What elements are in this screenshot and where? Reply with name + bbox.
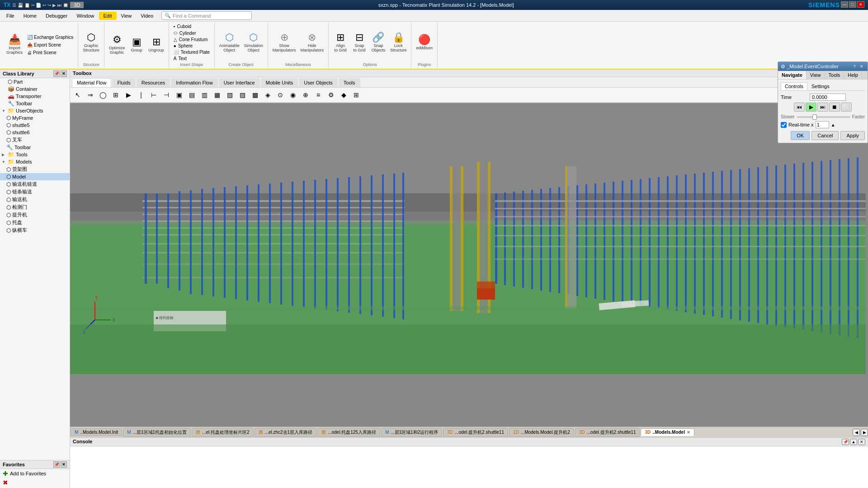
cylinder-button[interactable]: ⬭Cylinder (172, 30, 212, 36)
tool-box7[interactable]: ▩ (249, 89, 261, 101)
maximize-button[interactable]: □ (849, 1, 856, 8)
tool-gear[interactable]: ⚙ (325, 89, 337, 101)
tool-box2[interactable]: ▤ (186, 89, 198, 101)
tab-models-lift2[interactable]: 1D ...Models.Model.提升机2 (509, 428, 574, 437)
tab-lift2-shuttle11[interactable]: 3D ...odel.提升机2.shuttle11 (443, 428, 508, 437)
tool-box4[interactable]: ▦ (211, 89, 223, 101)
tree-item-toolbar1[interactable]: 🔧 Toolbar (0, 100, 70, 107)
ec-subtab-controls[interactable]: Controls (781, 82, 807, 90)
tool-line[interactable]: | (135, 89, 147, 101)
tab-scroll-right[interactable]: ▶ (861, 429, 868, 436)
tree-item-rack-plan[interactable]: ⬡ 货架图 (0, 165, 70, 173)
ec-tab-navigate[interactable]: Navigate (778, 71, 807, 79)
exchange-graphics-button[interactable]: 🔄 Exchange Graphics (25, 34, 75, 41)
cuboid-button[interactable]: ▪Cuboid (172, 23, 212, 29)
export-scene-button[interactable]: 📤 Export Scene (25, 42, 75, 48)
tab-user-objects[interactable]: User Objects (299, 78, 338, 87)
tree-item-lift[interactable]: ⬡ 提升机 (0, 211, 70, 219)
tool-grid2[interactable]: ⊞ (350, 89, 362, 101)
tool-split[interactable]: ⊣ (160, 89, 172, 101)
ec-time-input[interactable] (810, 94, 846, 101)
viewport-3d[interactable]: Y X Z ■ 排列坐标 (70, 103, 868, 427)
add-to-favorites-button[interactable]: ✚ Add to Favorites (0, 469, 70, 478)
ec-close-button[interactable]: ✕ (859, 63, 865, 70)
menu-window[interactable]: Window (72, 12, 99, 20)
text-button[interactable]: AText (172, 56, 212, 61)
print-scene-button[interactable]: 🖨 Print Scene (25, 49, 75, 56)
import-graphics-button[interactable]: 📥 ImportGraphics (5, 33, 24, 56)
tab-pallet-coord[interactable]: 囲 ...el.托盘处理坐标片区2 (192, 428, 253, 437)
tree-item-toolbar2[interactable]: 🔧 Toolbar (0, 144, 70, 151)
tree-item-shuttle5[interactable]: ⬡ shuttle5 (0, 122, 70, 129)
tree-item-part[interactable]: ⬡ Part (0, 78, 70, 85)
menu-file[interactable]: File (2, 12, 19, 20)
tool-box[interactable]: ▣ (173, 89, 185, 101)
tab-scroll-left[interactable]: ◀ (853, 429, 860, 436)
ec-stop-button[interactable]: ⏹ (829, 103, 840, 112)
tool-grid[interactable]: ⊕ (300, 89, 311, 101)
sphere-button[interactable]: ●Sphere (172, 43, 212, 49)
tree-item-container[interactable]: 📦 Container (0, 85, 70, 93)
group-button[interactable]: ▣ Group (127, 36, 146, 54)
snap-objects-button[interactable]: 🔗 SnapObjects (369, 31, 387, 54)
ec-play-button[interactable]: ▶ (806, 103, 816, 112)
optimize-graphic-button[interactable]: ⚙ OptimizeGraphic (107, 33, 127, 56)
tree-item-userobjects[interactable]: ▼ 📁 UserObjects (0, 107, 70, 114)
textured-plate-button[interactable]: ⬜Textured Plate (172, 49, 212, 55)
tree-item-conveyor-chain[interactable]: ⬡ 输送机链道 (0, 180, 70, 188)
tool-target[interactable]: ◉ (287, 89, 299, 101)
console-pin-button[interactable]: 📌 (842, 439, 849, 445)
favorites-close-button[interactable]: ✕ (61, 461, 67, 468)
ec-apply-button[interactable]: Apply (840, 131, 865, 140)
tool-merge[interactable]: ⊢ (148, 89, 160, 101)
tab-model-init[interactable]: M ..Models.Model.Init (71, 428, 122, 436)
remove-favorites-button[interactable]: ✖ (0, 478, 70, 487)
menu-home[interactable]: Home (19, 12, 41, 20)
tree-item-models[interactable]: ▼ 📁 Models (0, 158, 70, 165)
tool-box8[interactable]: ◈ (262, 89, 274, 101)
lock-structure-button[interactable]: 🔒 LockStructure (388, 31, 409, 54)
snap-to-grid-button[interactable]: ⊟ Snapto Grid (350, 31, 368, 54)
edddison-button[interactable]: 🔴 edddison (414, 33, 434, 52)
tree-item-tools[interactable]: ▶ 📁 Tools (0, 151, 70, 158)
tool-box6[interactable]: ▨ (236, 89, 248, 101)
tool-routing[interactable]: ⊞ (110, 89, 122, 101)
find-command[interactable]: 🔍 Find a Command (161, 11, 252, 20)
tab-zone-run[interactable]: M ...层1区域1和2运行程序 (381, 428, 442, 437)
tool-play[interactable]: ▶ (123, 89, 134, 101)
ec-step-button[interactable]: ⬜ (841, 103, 852, 112)
ec-stepper-up[interactable]: ▲ (831, 122, 835, 127)
ec-ok-button[interactable]: OK (791, 131, 810, 140)
tree-item-conveyor[interactable]: ⬡ 输送机 (0, 196, 70, 203)
hide-manipulators-button[interactable]: ⊗ HideManipulators (298, 31, 326, 54)
tree-item-shuttle[interactable]: ⬡ 纵横车 (0, 226, 70, 234)
tool-bar[interactable]: ≡ (312, 89, 324, 101)
menu-view[interactable]: View (117, 12, 137, 20)
tab-pallet-init[interactable]: M ...层1区域1托盘初始化位置 (123, 428, 191, 437)
tool-flow[interactable]: ⇒ (85, 89, 96, 101)
tab-zhc2-path[interactable]: 囲 ...el.zhc2去1层入库路径 (255, 428, 317, 437)
ec-speed-slider[interactable] (797, 116, 850, 118)
ec-reset-button[interactable]: ⏮ (794, 103, 805, 112)
cone-frustum-button[interactable]: △Cone Frustum (172, 37, 212, 42)
ec-tab-tools[interactable]: Tools (825, 71, 844, 79)
show-manipulators-button[interactable]: ⊕ ShowManipulators (271, 31, 298, 54)
ec-help-button[interactable]: ? (851, 63, 858, 70)
tree-item-transporter[interactable]: 🚗 Transporter (0, 93, 70, 100)
ec-tab-view[interactable]: View (807, 71, 825, 79)
align-to-grid-button[interactable]: ⊞ Alignto Grid (331, 31, 349, 54)
ec-tab-help[interactable]: Help (844, 71, 862, 79)
tab-resources[interactable]: Resources (137, 78, 170, 87)
tool-box5[interactable]: ▧ (224, 89, 236, 101)
tab-fluids[interactable]: Fluids (112, 78, 135, 87)
graphic-structure-button[interactable]: ⬡ GraphicStructure (81, 31, 101, 54)
console-expand-button[interactable]: ▲ (850, 439, 857, 445)
ungroup-button[interactable]: ⊞ Ungroup (146, 36, 166, 54)
minimize-button[interactable]: — (841, 1, 848, 8)
simulation-object-button[interactable]: ⬡ SimulationObject (242, 31, 265, 54)
tree-item-gate[interactable]: ⬡ 检测门 (0, 203, 70, 211)
tab-lift2-shuttle11-2[interactable]: 3D ...odel.提升机2.shuttle11 (575, 428, 640, 437)
ec-fast-forward-button[interactable]: ⏭ (817, 103, 828, 112)
tab-close-button[interactable]: ✕ (687, 430, 690, 435)
animatable-object-button[interactable]: ⬡ AnimatableObject (217, 31, 241, 54)
